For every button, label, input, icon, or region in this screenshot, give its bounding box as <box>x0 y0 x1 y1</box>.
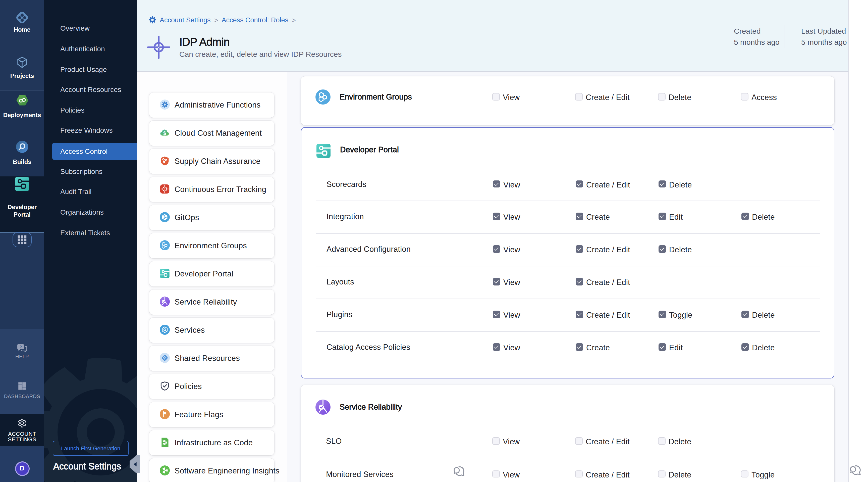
svg-text:$: $ <box>163 130 166 136</box>
svg-text:?: ? <box>19 344 21 349</box>
